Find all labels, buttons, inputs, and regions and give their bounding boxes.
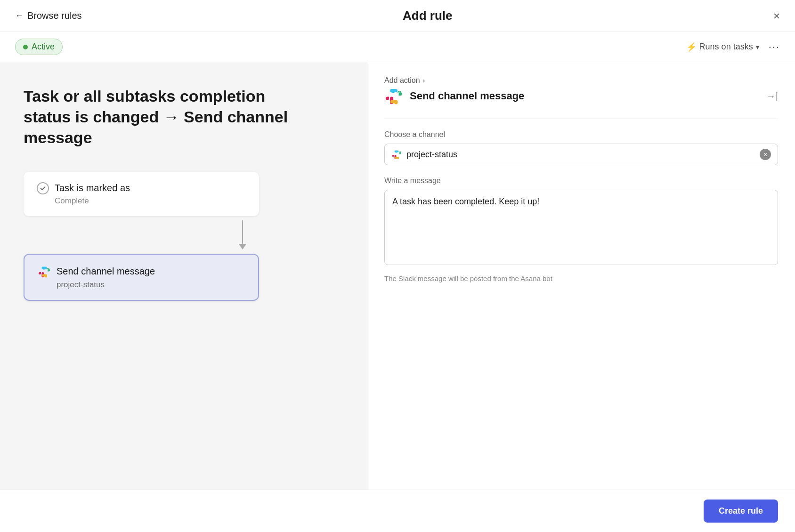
active-label: Active (32, 42, 55, 52)
action-card-top: Send channel message (38, 265, 245, 278)
browse-rules-link[interactable]: ← Browse rules (15, 10, 82, 21)
trigger-title: Task is marked as (55, 183, 130, 193)
toolbar-right: ⚡ Runs on tasks ▾ ··· (686, 41, 780, 53)
lightning-icon: ⚡ (686, 42, 697, 52)
connector-line (242, 220, 243, 244)
close-button[interactable]: × (773, 10, 780, 22)
rule-title: Task or all subtasks completion status i… (24, 86, 306, 148)
active-dot-icon (23, 45, 28, 49)
create-rule-button[interactable]: Create rule (704, 500, 778, 523)
choose-channel-label: Choose a channel (384, 130, 778, 139)
action-header: Send channel message →| (384, 87, 778, 105)
action-header-title: Send channel message (410, 90, 524, 102)
bottom-bar: Create rule (0, 490, 795, 532)
trigger-card-top: Task is marked as (37, 182, 246, 194)
slack-icon-large (384, 87, 403, 105)
write-message-label: Write a message (384, 177, 778, 185)
divider (384, 119, 778, 119)
connector (141, 216, 343, 254)
action-title: Send channel message (57, 266, 155, 277)
more-options-button[interactable]: ··· (769, 41, 780, 53)
main-layout: Task or all subtasks completion status i… (0, 62, 795, 524)
check-circle-icon (37, 182, 49, 194)
slack-icon (38, 265, 51, 278)
expand-icon[interactable]: →| (766, 91, 778, 102)
runs-on-tasks-label: Runs on tasks (699, 42, 753, 52)
runs-on-tasks-dropdown[interactable]: ⚡ Runs on tasks ▾ (686, 42, 759, 52)
action-subtitle: project-status (57, 280, 245, 290)
trigger-card[interactable]: Task is marked as Complete (24, 172, 259, 216)
channel-value: project-status (406, 150, 755, 160)
connector-arrow-icon (239, 244, 246, 250)
active-badge[interactable]: Active (15, 39, 63, 55)
add-action-label: Add action (384, 76, 420, 85)
right-panel: Add action › Send channel message → (367, 62, 795, 524)
page-title: Add rule (403, 8, 452, 23)
trigger-subtitle: Complete (55, 196, 246, 206)
add-action-nav[interactable]: Add action › (384, 76, 778, 85)
header-center: Add rule (403, 8, 452, 23)
browse-rules-label: Browse rules (27, 10, 82, 21)
action-card[interactable]: Send channel message project-status (24, 254, 259, 301)
header: ← Browse rules Add rule × (0, 0, 795, 32)
channel-input[interactable]: project-status × (384, 144, 778, 165)
chevron-down-icon: ▾ (756, 43, 759, 51)
chevron-right-icon: › (423, 77, 425, 84)
slack-mini-icon (391, 149, 402, 160)
message-textarea[interactable] (384, 190, 778, 265)
clear-channel-button[interactable]: × (760, 149, 771, 160)
toolbar: Active ⚡ Runs on tasks ▾ ··· (0, 32, 795, 62)
action-header-left: Send channel message (384, 87, 524, 105)
helper-text: The Slack message will be posted from th… (384, 274, 778, 282)
header-right: × (773, 10, 780, 22)
back-arrow-icon: ← (15, 11, 24, 21)
left-panel: Task or all subtasks completion status i… (0, 62, 367, 524)
